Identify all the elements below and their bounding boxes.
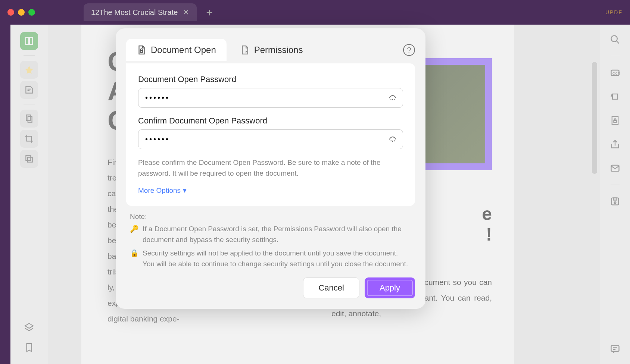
close-window-button[interactable] [7, 9, 14, 16]
minimize-window-button[interactable] [18, 9, 25, 16]
more-options-toggle[interactable]: More Options ▾ [138, 186, 403, 195]
brand-logo: UPDF [605, 9, 623, 15]
help-icon[interactable]: ? [403, 44, 415, 56]
key-icon: 🔑 [130, 224, 139, 245]
confirm-password-input[interactable] [138, 129, 403, 149]
toggle-visibility-icon[interactable] [388, 94, 397, 103]
password-input[interactable] [138, 88, 403, 108]
tab-title: 12The Most Crucial Strate [91, 8, 178, 17]
maximize-window-button[interactable] [28, 9, 35, 16]
chevron-down-icon: ▾ [183, 186, 187, 195]
helper-text: Please confirm the Document Open Passwor… [138, 157, 403, 179]
note-item: 🔒 Security settings will not be applied … [130, 248, 411, 269]
tab-label: Permissions [254, 45, 303, 55]
document-icon [137, 45, 146, 55]
password-label: Document Open Password [138, 75, 403, 84]
note-label: Note: [130, 213, 411, 221]
lock-icon: 🔒 [130, 248, 139, 269]
toggle-visibility-icon[interactable] [388, 135, 397, 144]
note-section: Note: 🔑 If a Document Open Password is s… [126, 206, 415, 269]
tab-document-open[interactable]: Document Open [126, 39, 227, 61]
window-controls [7, 9, 35, 16]
note-item: 🔑 If a Document Open Password is set, th… [130, 224, 411, 245]
new-tab-button[interactable]: ＋ [204, 5, 215, 19]
cancel-button[interactable]: Cancel [303, 277, 359, 298]
permissions-icon [240, 45, 250, 55]
tab-permissions[interactable]: Permissions [230, 39, 314, 61]
apply-button[interactable]: Apply [365, 277, 415, 298]
document-tab[interactable]: 12The Most Crucial Strate ✕ [84, 3, 197, 21]
svg-rect-15 [140, 50, 143, 52]
close-tab-icon[interactable]: ✕ [183, 8, 189, 17]
modal-tabs: Document Open Permissions ? [126, 39, 415, 61]
modal-panel: Document Open Password Confirm Document … [126, 63, 415, 206]
modal-actions: Cancel Apply [126, 277, 415, 298]
tab-label: Document Open [151, 45, 216, 55]
confirm-password-label: Confirm Document Open Password [138, 116, 403, 126]
title-bar: 12The Most Crucial Strate ✕ ＋ UPDF [0, 0, 630, 25]
security-modal: Document Open Permissions ? Document Ope… [116, 28, 425, 309]
